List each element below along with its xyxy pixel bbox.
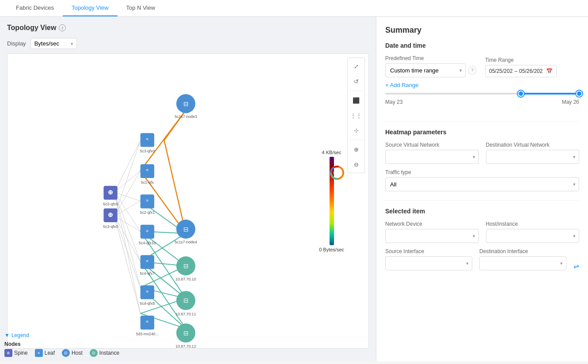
source-interface-select-wrapper (385, 256, 472, 270)
svg-text:≡: ≡ (146, 319, 149, 324)
legend-spine-icon: ⊕ (4, 349, 12, 357)
svg-text:5c4-qfx10: 5c4-qfx10 (139, 241, 156, 245)
date-time-section-title: Date and time (385, 42, 579, 49)
dest-interface-group: Destination Interface (479, 248, 566, 270)
heatmap-section: Heatmap parameters Source Virtual Networ… (385, 121, 579, 191)
selected-item-section-title: Selected item (385, 208, 579, 215)
legend-host-label: Host (72, 350, 83, 356)
display-select-wrapper: Bytes/sec Packets/sec Errors/sec (30, 38, 77, 49)
topology-svg: ⊕ 5c3-qfx9 ⊕ 5c3-qfx0 ≡ 5c3-qfx0 ≡ (8, 54, 368, 348)
svg-text:5c3-qfx0: 5c3-qfx0 (140, 149, 155, 153)
source-vn-select[interactable] (385, 150, 479, 164)
svg-line-0 (114, 140, 140, 193)
legend-item-spine: ⊕ Spine (4, 349, 28, 357)
svg-text:≡: ≡ (146, 198, 149, 203)
host-instance-select[interactable] (486, 229, 580, 243)
zoom-out-btn[interactable]: ⊖ (349, 158, 363, 171)
traffic-type-select[interactable]: All Ingress Egress (385, 177, 579, 191)
main-layout: Topology View i Display Bytes/sec Packet… (0, 17, 588, 361)
svg-line-11 (114, 216, 140, 262)
dest-vn-select-wrapper (486, 150, 580, 164)
node-btn[interactable]: ⬛ (349, 94, 363, 107)
source-interface-label: Source Interface (385, 248, 472, 254)
toolbar-divider-2 (349, 140, 363, 140)
svg-text:10.87.70.12: 10.87.70.12 (175, 344, 196, 348)
network-device-label: Network Device (385, 221, 479, 227)
source-interface-select[interactable] (385, 256, 472, 270)
source-interface-group: Source Interface (385, 248, 472, 270)
legend-instance-icon: ⊟ (90, 349, 98, 357)
dest-virtual-network-label: Destination Virtual Network (486, 142, 580, 148)
spine-node-group[interactable]: ⊕ 5c3-qfx9 ⊕ 5c3-qfx0 (103, 186, 118, 229)
svg-text:≡: ≡ (146, 258, 149, 263)
svg-text:≡: ≡ (146, 167, 149, 172)
svg-text:⊟: ⊟ (183, 101, 189, 107)
display-select[interactable]: Bytes/sec Packets/sec Errors/sec (30, 38, 77, 49)
slider-track (385, 93, 579, 95)
color-bar-top-label: 4 KB/sec (322, 150, 341, 155)
source-vn-select-wrapper (385, 150, 479, 164)
legend-nodes-title: Nodes (4, 341, 119, 347)
legend-spine-label: Spine (14, 350, 28, 356)
dest-interface-select[interactable] (479, 256, 566, 270)
svg-text:≡: ≡ (146, 136, 149, 141)
slider-handle-left[interactable] (518, 91, 524, 97)
legend-toggle-label: Legend (11, 332, 29, 338)
instance-node-group[interactable]: ⊟ 10.87.70.10 ⊟ 10.87.70.11 ⊟ 10.87.70.1… (175, 256, 196, 348)
time-range-input[interactable]: 05/25/202 – 05/26/202 📅 (485, 65, 557, 77)
calendar-icon: 📅 (546, 68, 553, 74)
legend-toggle[interactable]: ▼ Legend (4, 332, 119, 338)
svg-line-10 (114, 216, 140, 231)
add-range-btn[interactable]: + Add Range (385, 82, 579, 88)
page-title: Topology View i (7, 24, 369, 32)
svg-text:≡: ≡ (146, 289, 149, 294)
predefined-help-btn[interactable]: ? (468, 66, 476, 75)
range-label-left: May 23 (385, 99, 402, 105)
fullscreen-btn[interactable]: ⤢ (349, 60, 363, 73)
traffic-type-select-wrapper: All Ingress Egress (385, 177, 579, 191)
source-virtual-network-group: Source Virtual Network (385, 142, 479, 164)
svg-line-7 (114, 140, 140, 216)
predefined-time-select[interactable]: Custom time range Last 1 hour Last 24 ho… (385, 63, 466, 77)
zoom-in-btn[interactable]: ⊕ (349, 143, 363, 156)
left-panel: Topology View i Display Bytes/sec Packet… (0, 17, 376, 361)
svg-text:5c4-qfx8: 5c4-qfx8 (140, 301, 155, 306)
dest-vn-select[interactable] (486, 150, 580, 164)
tab-topology-view[interactable]: Topology View (63, 0, 118, 16)
info-icon[interactable]: i (59, 24, 66, 31)
svg-line-6 (114, 192, 140, 313)
top-tabs: Fabric Devices Topology View Top N View (0, 0, 588, 17)
predefined-time-select-wrapper: Custom time range Last 1 hour Last 24 ho… (385, 63, 466, 77)
svg-text:⊕: ⊕ (108, 212, 113, 218)
legend-leaf-label: Leaf (45, 350, 55, 356)
svg-text:⊟: ⊟ (183, 263, 189, 269)
svg-line-16 (164, 140, 186, 234)
summary-title: Summary (385, 26, 579, 35)
svg-line-13 (114, 216, 140, 313)
swap-interfaces-btn[interactable]: ⇌ (573, 262, 579, 270)
svg-text:5c1-qfx: 5c1-qfx (141, 180, 154, 185)
legend-items: ⊕ Spine ≡ Leaf ⊟ Host ⊟ Instance (4, 349, 119, 357)
layout-btn[interactable]: ⊹ (349, 124, 363, 137)
predefined-time-group: Predefined Time Custom time range Last 1… (385, 55, 476, 77)
svg-text:⊟: ⊟ (183, 330, 189, 337)
heatmap-section-title: Heatmap parameters (385, 129, 579, 136)
tab-fabric-devices[interactable]: Fabric Devices (7, 0, 63, 16)
legend-host-icon: ⊟ (62, 349, 70, 357)
refresh-btn[interactable]: ↺ (349, 75, 363, 88)
time-range-label: Time Range (485, 57, 557, 63)
display-row: Display Bytes/sec Packets/sec Errors/sec (7, 38, 369, 49)
tab-top-n-view[interactable]: Top N View (118, 0, 164, 16)
grid-btn[interactable]: ⋮⋮ (349, 109, 363, 122)
svg-text:⊟: ⊟ (183, 297, 189, 304)
svg-point-63 (334, 169, 341, 176)
slider-handle-right[interactable] (576, 91, 582, 97)
leaf-node-group[interactable]: ≡ 5c3-qfx0 ≡ 5c1-qfx ≡ 5c2-qfx1 ≡ 5c4-qf… (136, 133, 159, 336)
network-device-select[interactable] (385, 229, 479, 243)
dest-interface-label: Destination Interface (479, 248, 566, 254)
heatmap-virtual-network-row: Source Virtual Network Destination Virtu… (385, 142, 579, 164)
time-range-start: 05/25/202 (489, 68, 512, 74)
svg-text:5c1s7-node3: 5c1s7-node3 (175, 114, 197, 119)
svg-text:5c3-qfx9: 5c3-qfx9 (103, 202, 118, 206)
legend-item-instance: ⊟ Instance (90, 349, 119, 357)
